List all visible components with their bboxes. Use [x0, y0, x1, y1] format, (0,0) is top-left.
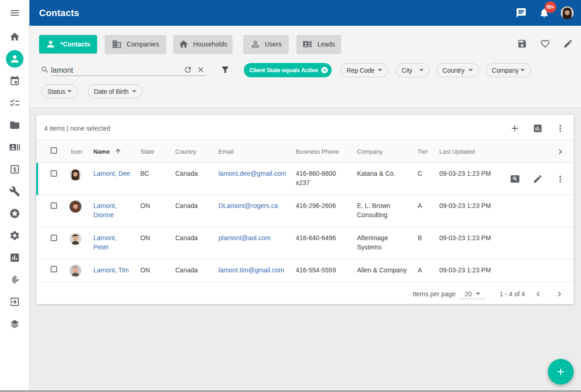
svg-text:$: $ [13, 166, 17, 173]
